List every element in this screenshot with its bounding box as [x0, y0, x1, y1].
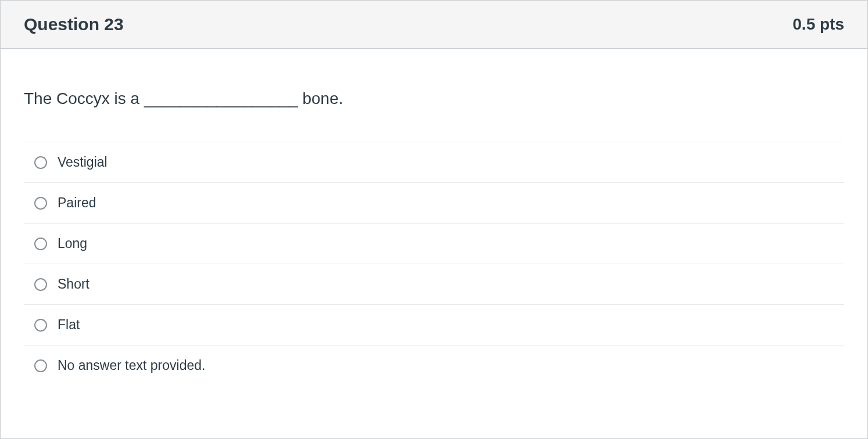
radio-icon[interactable] — [34, 359, 47, 372]
answer-label: Flat — [58, 317, 80, 333]
answer-option[interactable]: Paired — [24, 182, 844, 223]
answer-option[interactable]: No answer text provided. — [24, 345, 844, 386]
answer-label: Vestigial — [58, 154, 107, 170]
answer-label: Short — [58, 276, 89, 292]
radio-icon[interactable] — [34, 238, 47, 250]
answer-label: Long — [58, 236, 87, 251]
answer-label: Paired — [58, 195, 96, 211]
answer-option[interactable]: Short — [24, 264, 844, 304]
question-header: Question 23 0.5 pts — [1, 1, 867, 49]
radio-icon[interactable] — [34, 278, 47, 291]
answer-option[interactable]: Long — [24, 223, 844, 264]
question-body: The Coccyx is a _________________ bone. … — [1, 49, 867, 409]
radio-icon[interactable] — [34, 156, 47, 169]
radio-icon[interactable] — [34, 197, 47, 210]
radio-icon[interactable] — [34, 319, 47, 332]
question-title: Question 23 — [24, 15, 124, 34]
question-points: 0.5 pts — [792, 15, 844, 34]
answer-option[interactable]: Flat — [24, 304, 844, 345]
answer-option[interactable]: Vestigial — [24, 142, 844, 182]
answer-label: No answer text provided. — [58, 358, 205, 373]
answer-list: Vestigial Paired Long Short Flat No answ… — [24, 142, 844, 386]
question-text: The Coccyx is a _________________ bone. — [24, 89, 844, 108]
question-container: Question 23 0.5 pts The Coccyx is a ____… — [0, 0, 868, 439]
